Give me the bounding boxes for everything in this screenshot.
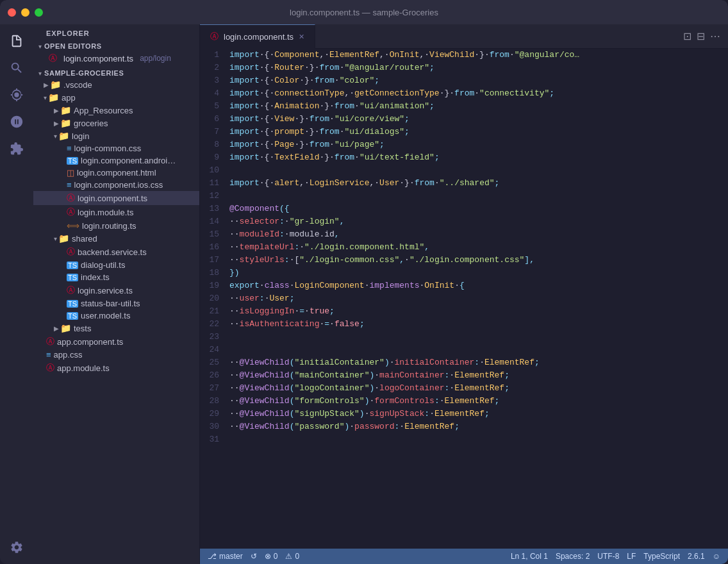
maximize-button[interactable]	[35, 8, 43, 17]
sidebar-item-status-bar-util[interactable]: TS status-bar-util.ts	[33, 297, 199, 310]
extensions-icon[interactable]	[5, 137, 28, 160]
language-mode[interactable]: TypeScript	[643, 552, 680, 561]
sidebar-item-index[interactable]: TS index.ts	[33, 271, 199, 283]
search-icon[interactable]	[5, 56, 28, 79]
window-title: login.component.ts — sample-Groceries	[290, 8, 438, 17]
project-label: SAMPLE-GROCERIES	[44, 69, 124, 77]
code-line-26: 26 ··@ViewChild("mainContainer")·mainCon…	[200, 369, 728, 382]
code-line-10: 10	[200, 164, 728, 177]
sidebar-item-shared[interactable]: ▾ 📁 shared	[33, 232, 199, 245]
version[interactable]: 2.6.1	[688, 552, 705, 561]
sidebar-item-login-ios-css[interactable]: ≡ login.component.ios.css	[33, 179, 199, 191]
code-line-19: 19 export·class·LoginComponent·implement…	[200, 279, 728, 292]
sidebar-item-app-component[interactable]: Ⓐ app.component.ts	[33, 335, 199, 349]
sidebar-item-dialog-util[interactable]: TS dialog-util.ts	[33, 259, 199, 271]
sidebar-item-login-common-css[interactable]: ≡ login-common.css	[33, 142, 199, 154]
git-branch-status[interactable]: ⎇ master	[208, 552, 243, 561]
sidebar-item-label: tests	[74, 324, 91, 333]
routing-file-icon: ⟺	[67, 220, 79, 231]
sidebar-item-label: backend.service.ts	[78, 247, 147, 257]
files-icon[interactable]	[5, 29, 28, 53]
close-button[interactable]	[8, 8, 16, 17]
sidebar-item-app-css[interactable]: ≡ app.css	[33, 349, 199, 361]
code-line-8: 8 import·{·Page·}·from·"ui/page";	[200, 138, 728, 151]
sidebar-item-label: login.component.androi…	[81, 156, 176, 165]
toggle-panel-icon[interactable]: ⊟	[697, 30, 705, 42]
code-line-24: 24	[200, 344, 728, 356]
open-editor-filename: login.component.ts	[63, 54, 133, 63]
sidebar-item-label: status-bar-util.ts	[81, 299, 140, 308]
minimize-button[interactable]	[21, 8, 29, 17]
cursor-position[interactable]: Ln 1, Col 1	[511, 552, 548, 561]
sidebar-item-login-ts[interactable]: Ⓐ login.component.ts	[33, 191, 199, 205]
angular-file-icon: Ⓐ	[46, 336, 54, 347]
angular-file-icon: Ⓐ	[49, 53, 57, 64]
sidebar-item-user-model[interactable]: TS user.model.ts	[33, 310, 199, 322]
sidebar-item-label: login.component.ios.css	[74, 180, 163, 190]
explorer-title: EXPLORER	[33, 24, 199, 40]
code-line-9: 9 import·{·TextField·}·from·"ui/text-fie…	[200, 151, 728, 164]
sidebar-item-login-android[interactable]: TS login.component.androi…	[33, 154, 199, 167]
sidebar-item-login-html[interactable]: ◫ login.component.html	[33, 167, 199, 179]
sidebar-item-label: login.module.ts	[78, 208, 133, 217]
line-ending[interactable]: LF	[627, 552, 636, 561]
code-line-17: 17 ··styleUrls:·["./login-common.css",·"…	[200, 254, 728, 267]
errors-status[interactable]: ⊗ 0	[265, 552, 278, 561]
tab-label: login.component.ts	[224, 32, 294, 42]
sidebar-item-label: index.ts	[81, 272, 110, 282]
sync-status[interactable]: ↺	[251, 552, 257, 561]
code-line-20: 20 ··user:·User;	[200, 292, 728, 305]
css-file-icon: ≡	[67, 144, 72, 153]
folder-icon: 📁	[58, 233, 69, 244]
sidebar-item-tests[interactable]: ▶ 📁 tests	[33, 322, 199, 335]
encoding[interactable]: UTF-8	[597, 552, 619, 561]
warnings-count: 0	[295, 552, 299, 561]
open-editors-section[interactable]: ▾ OPEN EDITORS	[33, 40, 199, 51]
sidebar-item-groceries[interactable]: ▶ 📁 groceries	[33, 117, 199, 129]
code-line-1: 1 import·{·Component,·ElementRef,·OnInit…	[200, 49, 728, 62]
tab-actions: ⊡ ⊟ ⋯	[683, 30, 728, 42]
sidebar-item-label: login-common.css	[74, 144, 142, 153]
ts-file-icon: TS	[67, 312, 78, 320]
sidebar-item-app-resources[interactable]: ▶ 📁 App_Resources	[33, 104, 199, 117]
sidebar-item-login-service[interactable]: Ⓐ login.service.ts	[33, 283, 199, 297]
angular-file-icon: Ⓐ	[67, 246, 75, 258]
settings-icon[interactable]	[5, 536, 28, 559]
sidebar-item-login-module[interactable]: Ⓐ login.module.ts	[33, 205, 199, 219]
sidebar-item-label: app	[62, 93, 76, 103]
sidebar-item-label: app.module.ts	[57, 363, 110, 373]
warnings-icon: ⚠	[285, 552, 292, 561]
editor-tab-login-component[interactable]: Ⓐ login.component.ts ✕	[200, 24, 315, 49]
split-editor-icon[interactable]: ⊡	[683, 30, 691, 42]
feedback-icon[interactable]: ☺	[713, 552, 720, 561]
more-actions-icon[interactable]: ⋯	[710, 30, 720, 42]
code-line-6: 6 import·{·View·}·from·"ui/core/view";	[200, 113, 728, 126]
indent-mode[interactable]: Spaces: 2	[556, 552, 590, 561]
status-bar-right: Ln 1, Col 1 Spaces: 2 UTF-8 LF TypeScrip…	[511, 552, 720, 561]
sidebar-item-login-routing[interactable]: ⟺ login.routing.ts	[33, 219, 199, 232]
open-editor-item[interactable]: Ⓐ login.component.ts app/login	[33, 51, 199, 65]
open-editor-path: app/login	[140, 54, 171, 63]
project-section[interactable]: ▾ SAMPLE-GROCERIES	[33, 65, 199, 78]
code-editor[interactable]: 1 import·{·Component,·ElementRef,·OnInit…	[200, 49, 728, 549]
code-line-27: 27 ··@ViewChild("logoContainer")·logoCon…	[200, 382, 728, 395]
sidebar-item-backend-service[interactable]: Ⓐ backend.service.ts	[33, 245, 199, 259]
sync-icon: ↺	[251, 552, 257, 561]
errors-icon: ⊗	[265, 552, 271, 561]
debug-icon[interactable]	[5, 110, 28, 133]
warnings-status[interactable]: ⚠ 0	[285, 552, 299, 561]
sidebar-item-app[interactable]: ▾ 📁 app	[33, 91, 199, 104]
activity-bar	[0, 24, 33, 564]
sidebar-item-vscode[interactable]: ▶ 📁 .vscode	[33, 78, 199, 91]
code-line-18: 18 })	[200, 267, 728, 279]
sidebar-item-label: shared	[72, 234, 97, 244]
code-line-30: 30 ··@ViewChild("password")·password:·El…	[200, 420, 728, 433]
main-container: EXPLORER ▾ OPEN EDITORS Ⓐ login.componen…	[0, 24, 728, 564]
sidebar-item-label: app.css	[54, 350, 83, 360]
window-controls[interactable]	[8, 8, 43, 17]
code-line-21: 21 ··isLoggingIn·=·true;	[200, 305, 728, 318]
sidebar-item-app-module[interactable]: Ⓐ app.module.ts	[33, 361, 199, 375]
sidebar-item-login[interactable]: ▾ 📁 login	[33, 129, 199, 142]
git-icon[interactable]	[5, 83, 28, 106]
tab-close-button[interactable]: ✕	[299, 33, 304, 41]
